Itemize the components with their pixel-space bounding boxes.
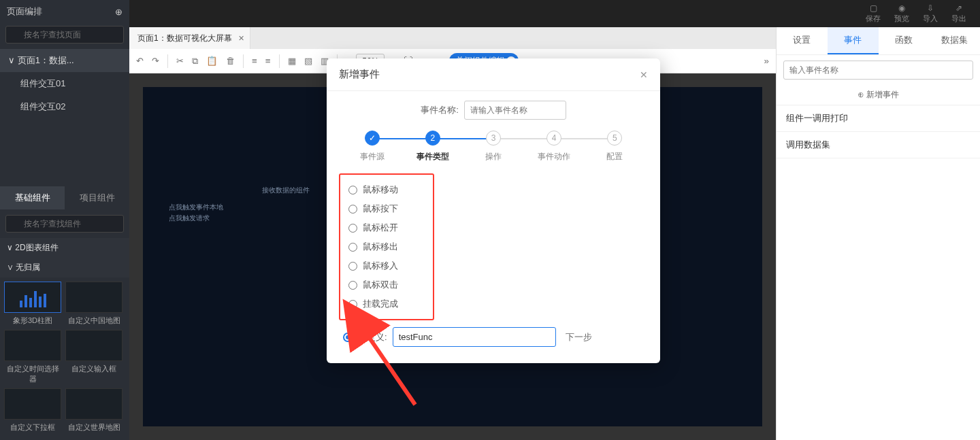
opt-mousedown[interactable]: 鼠标按下	[348, 199, 425, 218]
custom-event-input[interactable]	[393, 327, 556, 347]
radio-mousedown[interactable]	[348, 205, 357, 214]
step-type[interactable]: 2 事件类型	[402, 131, 463, 163]
step-number: 2	[425, 131, 440, 146]
opt-mouseout-label: 鼠标移出	[363, 241, 398, 253]
opt-mouseup-label: 鼠标松开	[363, 222, 398, 234]
step-operation-label: 操作	[485, 151, 502, 163]
modal-title: 新增事件	[339, 68, 380, 81]
radio-mousein[interactable]	[348, 262, 357, 271]
step-type-label: 事件类型	[416, 151, 449, 163]
event-type-options: 鼠标移动 鼠标按下 鼠标松开 鼠标移出 鼠标移入 鼠标双击 挂载完成	[339, 173, 434, 320]
radio-mounted[interactable]	[348, 300, 357, 309]
custom-label: 自定义:	[358, 331, 387, 343]
step-number: 5	[607, 131, 622, 146]
step-operation[interactable]: 3 操作	[463, 131, 523, 163]
wizard-steps: ✓ 事件源 2 事件类型 3 操作 4 事件动作 5 配置	[339, 131, 648, 163]
step-number: 3	[486, 131, 501, 146]
step-action-label: 事件动作	[538, 151, 570, 163]
modal-header: 新增事件 ✕	[327, 58, 660, 91]
step-source-label: 事件源	[360, 151, 385, 163]
event-name-row: 事件名称:	[339, 101, 648, 120]
opt-mounted[interactable]: 挂载完成	[348, 294, 425, 314]
modal-body: 事件名称: ✓ 事件源 2 事件类型 3 操作 4 事件动作	[327, 91, 660, 363]
opt-mousein-label: 鼠标移入	[363, 260, 398, 272]
radio-dblclick[interactable]	[348, 281, 357, 290]
opt-mousemove-label: 鼠标移动	[363, 184, 398, 196]
event-name-input[interactable]	[464, 101, 566, 120]
step-action[interactable]: 4 事件动作	[524, 131, 585, 163]
modal-overlay: 新增事件 ✕ 事件名称: ✓ 事件源 2 事件类型 3 操作	[0, 0, 980, 440]
radio-mouseup[interactable]	[348, 224, 357, 233]
step-config[interactable]: 5 配置	[585, 131, 645, 163]
radio-mousemove[interactable]	[348, 186, 357, 194]
next-step-link[interactable]: 下一步	[566, 331, 592, 343]
step-source[interactable]: ✓ 事件源	[342, 131, 402, 163]
opt-dblclick[interactable]: 鼠标双击	[348, 275, 425, 294]
radio-mouseout[interactable]	[348, 243, 357, 252]
opt-dblclick-label: 鼠标双击	[363, 279, 398, 291]
opt-mouseup[interactable]: 鼠标松开	[348, 218, 425, 237]
opt-mousemove[interactable]: 鼠标移动	[348, 180, 425, 199]
custom-event-row: 自定义: 下一步	[343, 327, 648, 347]
radio-custom[interactable]	[343, 333, 353, 342]
opt-mounted-label: 挂载完成	[363, 298, 398, 310]
step-config-label: 配置	[606, 151, 623, 163]
check-icon: ✓	[365, 131, 380, 146]
event-name-label: 事件名称:	[421, 104, 459, 116]
opt-mousedown-label: 鼠标按下	[363, 203, 398, 215]
opt-mousein[interactable]: 鼠标移入	[348, 256, 425, 275]
opt-mouseout[interactable]: 鼠标移出	[348, 237, 425, 256]
close-icon[interactable]: ✕	[640, 69, 648, 80]
step-number: 4	[546, 131, 561, 146]
new-event-modal: 新增事件 ✕ 事件名称: ✓ 事件源 2 事件类型 3 操作	[327, 58, 660, 363]
